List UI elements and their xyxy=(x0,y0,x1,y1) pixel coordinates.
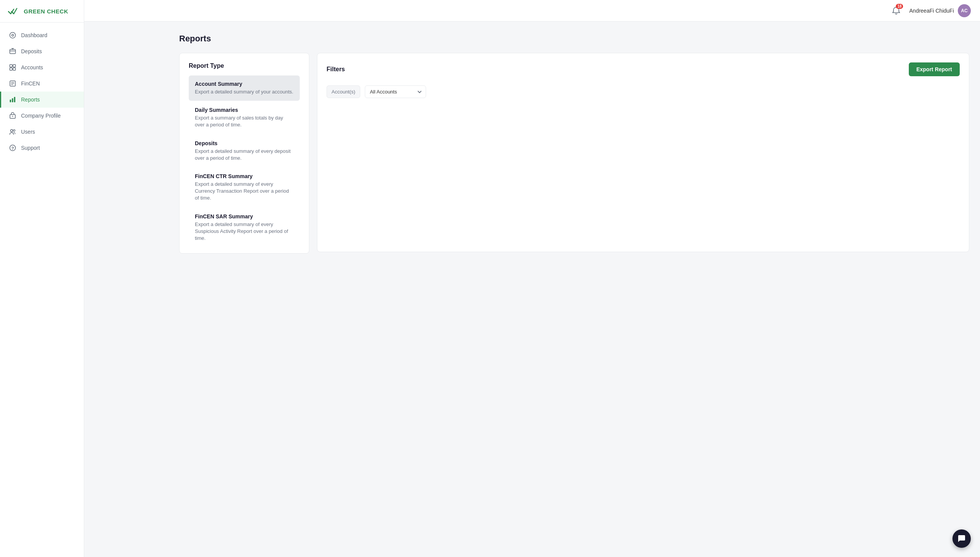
report-type-title: Report Type xyxy=(189,62,300,69)
dashboard-icon xyxy=(9,31,16,39)
filters-panel: Filters Export Report Account(s) All Acc… xyxy=(317,53,969,252)
svg-rect-9 xyxy=(13,68,16,70)
main-content: Reports Report Type Account Summary Expo… xyxy=(168,21,980,557)
fincen-icon xyxy=(9,80,16,87)
svg-point-19 xyxy=(11,129,13,132)
notifications-button[interactable]: 18 xyxy=(889,4,903,18)
reports-icon xyxy=(9,96,16,103)
svg-rect-6 xyxy=(10,65,13,67)
accounts-icon xyxy=(9,64,16,71)
export-report-button[interactable]: Export Report xyxy=(909,62,960,76)
account-select[interactable]: All Accounts Account A Account B xyxy=(365,85,426,98)
logo-icon xyxy=(8,7,20,15)
notification-badge: 18 xyxy=(896,4,903,9)
sidebar-item-users[interactable]: Users xyxy=(0,124,84,140)
svg-rect-15 xyxy=(12,98,13,103)
user-name: AndreeaFi ChiduFi xyxy=(909,8,954,14)
svg-rect-14 xyxy=(10,100,11,102)
sidebar-item-dashboard[interactable]: Dashboard xyxy=(0,27,84,43)
report-item-title: FinCEN SAR Summary xyxy=(195,213,294,220)
report-item-desc: Export a detailed summary of every Curre… xyxy=(195,181,294,202)
sidebar-item-reports[interactable]: Reports xyxy=(0,92,84,108)
sidebar-label-support: Support xyxy=(21,145,40,151)
report-type-panel: Report Type Account Summary Export a det… xyxy=(179,53,309,254)
report-item-daily-summaries[interactable]: Daily Summaries Export a summary of sale… xyxy=(189,102,300,134)
svg-rect-7 xyxy=(13,65,16,67)
sidebar-item-fincen[interactable]: FinCEN xyxy=(0,75,84,92)
report-item-desc: Export a detailed summary of every Suspi… xyxy=(195,221,294,242)
svg-text:?: ? xyxy=(11,146,14,151)
header-right: 18 AndreeaFi ChiduFi AC xyxy=(889,4,971,18)
sidebar-label-users: Users xyxy=(21,129,35,135)
svg-rect-8 xyxy=(10,68,13,70)
filter-row-accounts: Account(s) All Accounts Account A Accoun… xyxy=(327,85,960,98)
brand-name: GREEN CHECK xyxy=(24,8,68,15)
page-title: Reports xyxy=(179,34,969,44)
filters-title: Filters xyxy=(327,66,345,73)
svg-rect-16 xyxy=(14,97,16,102)
account-filter-label: Account(s) xyxy=(327,85,360,98)
main-nav: Dashboard Deposits xyxy=(0,23,84,557)
report-item-title: Deposits xyxy=(195,140,294,146)
sidebar-label-accounts: Accounts xyxy=(21,64,43,70)
support-icon: ? xyxy=(9,144,16,152)
account-select-wrapper: All Accounts Account A Account B xyxy=(365,85,426,98)
user-menu[interactable]: AndreeaFi ChiduFi AC xyxy=(909,4,971,17)
header: 18 AndreeaFi ChiduFi AC xyxy=(84,0,980,21)
sidebar-label-reports: Reports xyxy=(21,97,40,103)
report-list: Account Summary Export a detailed summar… xyxy=(189,75,300,244)
sidebar-label-fincen: FinCEN xyxy=(21,80,40,87)
sidebar-label-deposits: Deposits xyxy=(21,48,42,54)
report-item-title: FinCEN CTR Summary xyxy=(195,173,294,179)
content-row: Report Type Account Summary Export a det… xyxy=(179,53,969,254)
sidebar: GREEN CHECK Dashboard Deposits xyxy=(0,0,84,557)
sidebar-item-accounts[interactable]: Accounts xyxy=(0,59,84,75)
report-item-fincen-ctr[interactable]: FinCEN CTR Summary Export a detailed sum… xyxy=(189,168,300,207)
sidebar-item-company-profile[interactable]: Company Profile xyxy=(0,108,84,124)
report-item-desc: Export a detailed summary of every depos… xyxy=(195,148,294,162)
chat-bubble-button[interactable] xyxy=(952,529,971,548)
sidebar-label-company: Company Profile xyxy=(21,113,61,119)
sidebar-label-dashboard: Dashboard xyxy=(21,32,47,38)
svg-rect-2 xyxy=(10,49,16,54)
report-item-deposits[interactable]: Deposits Export a detailed summary of ev… xyxy=(189,135,300,167)
report-item-fincen-sar[interactable]: FinCEN SAR Summary Export a detailed sum… xyxy=(189,208,300,244)
logo-area: GREEN CHECK xyxy=(0,0,84,23)
users-icon xyxy=(9,128,16,136)
svg-point-1 xyxy=(12,34,14,36)
report-item-title: Account Summary xyxy=(195,81,294,87)
sidebar-item-deposits[interactable]: Deposits xyxy=(0,43,84,59)
filters-header: Filters Export Report xyxy=(327,62,960,76)
user-avatar: AC xyxy=(958,4,971,17)
report-item-title: Daily Summaries xyxy=(195,107,294,113)
svg-point-0 xyxy=(10,33,16,38)
sidebar-item-support[interactable]: ? Support xyxy=(0,140,84,156)
deposits-icon xyxy=(9,48,16,55)
company-icon xyxy=(9,112,16,120)
report-item-account-summary[interactable]: Account Summary Export a detailed summar… xyxy=(189,75,300,101)
report-item-desc: Export a detailed summary of your accoun… xyxy=(195,88,294,95)
report-item-desc: Export a summary of sales totals by day … xyxy=(195,115,294,128)
svg-point-20 xyxy=(13,129,15,131)
